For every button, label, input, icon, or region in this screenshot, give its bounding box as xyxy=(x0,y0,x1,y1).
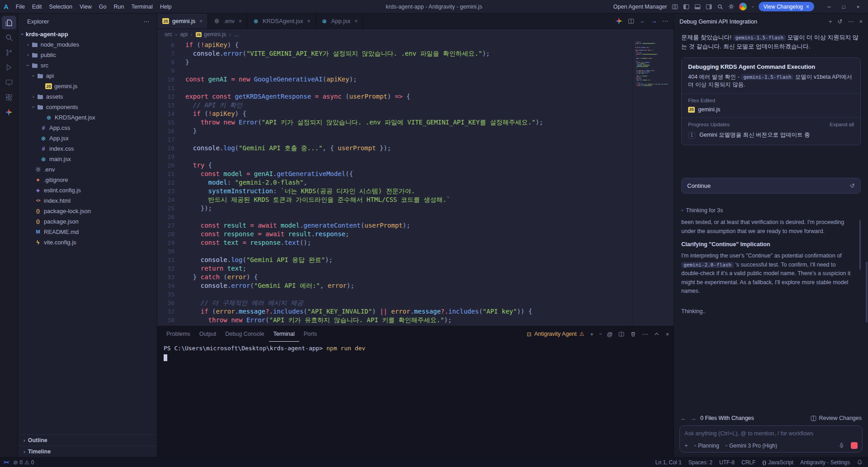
timeline-section[interactable]: › Timeline xyxy=(18,446,157,457)
toggle-sidebar-icon[interactable] xyxy=(683,4,689,10)
code-line[interactable]: 36 // 더 구체적인 에러 메시지 제공 xyxy=(157,299,632,307)
remote-explorer-icon[interactable] xyxy=(2,76,16,89)
maximize-panel-icon[interactable] xyxy=(654,331,660,337)
code-line[interactable]: 22 model: "gemini-2.0-flash", xyxy=(157,178,632,187)
code-line[interactable]: 16 } xyxy=(157,127,632,135)
code-line[interactable]: 32 return text; xyxy=(157,264,632,273)
breadcrumb-item[interactable]: ... xyxy=(234,31,239,38)
scrollbar-thumb[interactable] xyxy=(859,220,861,270)
close-icon[interactable]: × xyxy=(354,18,358,24)
more-actions-icon[interactable]: ⋯ xyxy=(662,18,668,24)
go-forward-icon[interactable]: → xyxy=(651,18,657,24)
problems-indicator[interactable]: ⊘ 0 ⚠ 0 xyxy=(13,459,34,466)
planning-mode-selector[interactable]: › Planning xyxy=(694,443,719,449)
split-terminal-icon[interactable] xyxy=(618,331,624,337)
chevron-down-icon[interactable]: › xyxy=(750,6,755,7)
add-context-icon[interactable]: + xyxy=(684,443,688,448)
code-line[interactable]: 24 반드시 제공된 KRDS 토큰과 가이드라인을 준수해서 HTML/CSS… xyxy=(157,195,632,204)
code-line[interactable]: 33 } catch (error) { xyxy=(157,273,632,281)
tree-item-index-html[interactable]: <>index.html xyxy=(18,195,157,206)
code-line[interactable]: 14 if (!apiKey) { xyxy=(157,110,632,118)
chat-input-box[interactable]: + › Planning › Gemini 3 Pro (High) xyxy=(679,425,863,453)
progress-item[interactable]: 1 Gemini 모델명을 최신 버전으로 업데이트 중 xyxy=(688,131,854,140)
code-line[interactable]: 21 const model = genAI.getGenerativeMode… xyxy=(157,170,632,178)
code-line[interactable]: 6if (!apiKey) { xyxy=(157,41,632,49)
kill-terminal-icon[interactable] xyxy=(630,331,636,337)
tree-item-public[interactable]: ›public xyxy=(18,50,157,60)
code-editor[interactable]: 6if (!apiKey) {7 console.error("VITE_GEM… xyxy=(157,40,674,326)
close-panel-icon[interactable]: × xyxy=(665,331,669,337)
panel-tab-problems[interactable]: Problems xyxy=(162,326,195,342)
panel-tab-terminal[interactable]: Terminal xyxy=(269,326,299,342)
notifications-bell-icon[interactable] xyxy=(857,459,863,465)
code-line[interactable]: 38 throw new Error("API 키가 유효하지 않습니다. AP… xyxy=(157,316,632,324)
menu-view[interactable]: View xyxy=(76,2,95,11)
tree-item-gemini-js[interactable]: JSgemini.js xyxy=(18,81,157,91)
tree-item-index-css[interactable]: #index.css xyxy=(18,143,157,154)
more-actions-icon[interactable]: ⋯ xyxy=(143,18,150,25)
outline-section[interactable]: › Outline xyxy=(18,434,157,446)
code-line[interactable]: 8} xyxy=(157,58,632,67)
terminal-profile-dropdown-icon[interactable]: › xyxy=(598,333,603,334)
code-line[interactable]: 9 xyxy=(157,67,632,75)
minimap[interactable] xyxy=(632,40,674,326)
close-icon[interactable]: × xyxy=(307,18,311,24)
toggle-panel-icon[interactable] xyxy=(694,4,701,10)
breadcrumb-item[interactable]: JSgemini.js xyxy=(196,31,226,38)
tree-item-env[interactable]: .env xyxy=(18,164,157,175)
tree-item-main-jsx[interactable]: ⊛main.jsx xyxy=(18,154,157,164)
panel-tab-ports[interactable]: Ports xyxy=(299,326,321,342)
indentation[interactable]: Spaces: 2 xyxy=(689,459,712,466)
menu-terminal[interactable]: Terminal xyxy=(127,2,156,11)
tree-item-node-modules[interactable]: ›node_modules xyxy=(18,39,157,50)
search-icon[interactable] xyxy=(717,4,723,10)
eol-sequence[interactable]: CRLF xyxy=(741,459,755,466)
expand-all-button[interactable]: Expand all xyxy=(830,122,854,127)
at-mention-icon[interactable]: @ xyxy=(607,331,613,337)
tab-app-jsx[interactable]: ⊛App.jsx× xyxy=(316,14,363,29)
code-line[interactable]: 31 console.log("Gemini API 응답 완료"); xyxy=(157,256,632,264)
code-line[interactable]: 30 xyxy=(157,247,632,256)
code-line[interactable]: 19 xyxy=(157,152,632,161)
history-icon[interactable]: ↺ xyxy=(838,19,843,24)
toggle-secondary-sidebar-icon[interactable] xyxy=(706,4,712,10)
agent-conversation[interactable]: 문제를 찾았습니다! gemini-1.5-flash 모델이 더 이상 지원되… xyxy=(674,29,868,411)
code-line[interactable]: 18 console.log("Gemini API 호출 중...", { u… xyxy=(157,144,632,152)
gemini-agent-icon[interactable] xyxy=(2,105,16,119)
menu-edit[interactable]: Edit xyxy=(28,2,46,11)
tree-item-readme-md[interactable]: MREADME.md xyxy=(18,227,157,237)
tree-item-krdsagent-jsx[interactable]: ⊛KRDSAgent.jsx xyxy=(18,112,157,123)
gemini-action-icon[interactable] xyxy=(615,18,623,25)
prev-change-icon[interactable]: ← xyxy=(680,415,686,421)
extensions-icon[interactable] xyxy=(2,91,16,104)
stop-button[interactable] xyxy=(851,442,858,449)
tree-item-gitignore[interactable]: ◆.gitignore xyxy=(18,175,157,185)
code-line[interactable]: 7 console.error("VITE_GEMINI_API_KEY가 설정… xyxy=(157,49,632,58)
thinking-toggle[interactable]: › Thinking for 3s xyxy=(681,207,861,214)
breadcrumb-item[interactable]: src xyxy=(165,31,172,38)
language-mode[interactable]: {} JavaScript xyxy=(762,459,793,466)
code-line[interactable]: 35 xyxy=(157,290,632,299)
menu-file[interactable]: File xyxy=(12,2,28,11)
tree-item-package-lock-json[interactable]: {}package-lock.json xyxy=(18,206,157,216)
code-line[interactable]: 26 xyxy=(157,213,632,221)
code-line[interactable]: 37 if (error.message?.includes("API_KEY_… xyxy=(157,307,632,316)
code-line[interactable]: 23 systemInstruction: `너는 KRDS(공공 디자인 시스… xyxy=(157,187,632,195)
panel-tab-output[interactable]: Output xyxy=(195,326,221,342)
run-debug-icon[interactable] xyxy=(2,61,16,74)
open-agent-manager-button[interactable]: Open Agent Manager xyxy=(613,4,667,10)
code-line[interactable]: 15 throw new Error("API 키가 설정되지 않았습니다. .… xyxy=(157,118,632,127)
code-line[interactable]: 25 }); xyxy=(157,204,632,213)
continue-message[interactable]: Continue ↺ xyxy=(681,178,861,194)
next-change-icon[interactable]: → xyxy=(690,415,696,421)
review-changes-button[interactable]: Review Changes xyxy=(811,415,862,421)
chat-input[interactable] xyxy=(684,430,858,437)
code-line[interactable]: 12export const getKRDSAgentResponse = as… xyxy=(157,92,632,101)
tab-env[interactable]: .env× xyxy=(208,14,247,29)
go-back-icon[interactable]: ← xyxy=(640,18,646,24)
tree-item-package-json[interactable]: {}package.json xyxy=(18,216,157,227)
more-actions-icon[interactable]: ⋯ xyxy=(848,19,854,24)
tree-item-vite-config-js[interactable]: ϟvite.config.js xyxy=(18,237,157,248)
close-panel-icon[interactable]: × xyxy=(859,19,863,24)
rerun-icon[interactable]: ↺ xyxy=(850,183,855,189)
